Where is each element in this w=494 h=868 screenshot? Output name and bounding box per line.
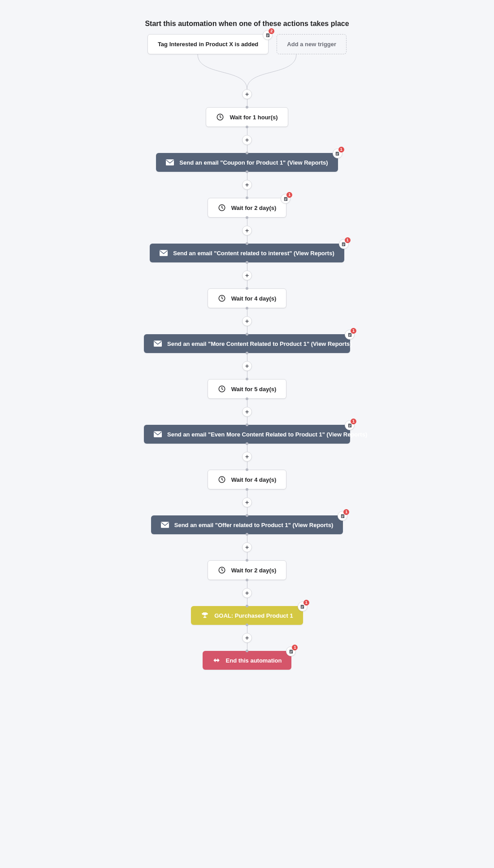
connector-dot <box>246 307 248 310</box>
connector-dot <box>246 442 248 445</box>
add-step-button[interactable]: + <box>242 407 252 417</box>
add-step-button[interactable]: + <box>242 270 252 280</box>
node-label: Send an email "Content related to intere… <box>173 250 334 257</box>
connector-dot <box>246 106 248 109</box>
add-step-button[interactable]: + <box>242 497 252 507</box>
plus-icon: + <box>245 499 249 506</box>
email-node[interactable]: Send an email "Coupon for Product 1" (Vi… <box>156 153 338 172</box>
plus-icon: + <box>245 137 249 143</box>
connector-dot <box>246 378 248 380</box>
clock-icon <box>218 204 226 212</box>
note-badge[interactable]: 1 <box>339 239 349 249</box>
add-step-button[interactable]: + <box>242 361 252 371</box>
note-badge[interactable]: 1 <box>345 420 355 430</box>
mail-icon <box>166 158 174 166</box>
wait-node[interactable]: Wait for 5 day(s) <box>208 379 287 399</box>
add-step-button[interactable]: + <box>242 588 252 598</box>
add-step-button[interactable]: + <box>242 89 252 99</box>
automation-canvas: Start this automation when one of these … <box>0 0 494 868</box>
connector-dot <box>246 333 248 336</box>
node-label: Send an email "More Content Related to P… <box>167 340 352 347</box>
node-label: Send an email "Offer related to Product … <box>174 522 334 528</box>
node-label: Send an email "Even More Content Related… <box>167 431 367 438</box>
connector-dot <box>246 352 248 354</box>
connector-dot <box>246 397 248 400</box>
node-label: Wait for 4 day(s) <box>231 476 277 483</box>
note-badge[interactable]: 1 <box>333 148 342 158</box>
connector-dot <box>246 170 248 173</box>
add-step-button[interactable]: + <box>242 226 252 236</box>
node-label: Send an email "Coupon for Product 1" (Vi… <box>179 159 328 166</box>
node-label: Wait for 2 day(s) <box>231 567 277 574</box>
goal-node[interactable]: GOAL: Purchased Product 11 <box>191 606 303 625</box>
note-badge[interactable]: 1 <box>281 194 290 204</box>
svg-rect-1 <box>166 159 174 166</box>
end-node[interactable]: End this automation1 <box>203 651 292 670</box>
plus-icon: + <box>245 182 249 188</box>
email-node[interactable]: Send an email "More Content Related to P… <box>144 334 350 353</box>
wait-node[interactable]: Wait for 1 hour(s) <box>206 107 288 127</box>
plus-icon: + <box>245 91 249 97</box>
svg-rect-7 <box>154 431 162 437</box>
connector-dot <box>246 559 248 562</box>
trigger-row: Tag Interested in Product X is added 2 A… <box>0 34 494 54</box>
trophy-icon <box>201 611 209 619</box>
clock-icon <box>218 566 226 574</box>
clock-icon <box>218 475 226 484</box>
note-count: 2 <box>269 28 274 34</box>
connector-dot <box>246 242 248 245</box>
plus-icon: + <box>245 454 249 460</box>
plus-icon: + <box>245 272 249 279</box>
connector-dot <box>246 468 248 471</box>
plus-icon: + <box>245 544 249 550</box>
note-badge[interactable]: 1 <box>338 511 347 521</box>
email-node[interactable]: Send an email "Even More Content Related… <box>144 425 350 444</box>
connector-dot <box>246 423 248 426</box>
plus-icon: + <box>245 318 249 324</box>
add-trigger-button[interactable]: Add a new trigger <box>277 34 347 54</box>
plus-icon: + <box>245 635 249 641</box>
note-count: 1 <box>303 600 309 606</box>
connector-dot <box>246 488 248 491</box>
add-step-button[interactable]: + <box>242 633 252 643</box>
node-label: GOAL: Purchased Product 1 <box>214 612 293 619</box>
clock-icon <box>216 113 224 121</box>
add-step-button[interactable]: + <box>242 180 252 190</box>
add-step-button[interactable]: + <box>242 316 252 326</box>
mail-icon <box>160 249 168 257</box>
note-badge[interactable]: 1 <box>298 602 308 611</box>
note-count: 1 <box>343 509 349 515</box>
connector-dot <box>246 287 248 290</box>
email-node[interactable]: Send an email "Content related to intere… <box>150 244 344 262</box>
svg-rect-9 <box>161 522 169 528</box>
trigger-node[interactable]: Tag Interested in Product X is added 2 <box>147 34 269 54</box>
node-label: End this automation <box>226 657 282 664</box>
plus-icon: + <box>245 590 249 596</box>
connector-dot <box>246 126 248 128</box>
node-label: Wait for 2 day(s) <box>231 205 277 211</box>
note-count: 1 <box>351 419 356 424</box>
merge-connector <box>166 54 328 89</box>
connector-dot <box>246 196 248 199</box>
wait-node[interactable]: Wait for 2 day(s) <box>208 560 287 580</box>
note-badge[interactable]: 1 <box>286 646 296 656</box>
wait-node[interactable]: Wait for 4 day(s) <box>208 288 287 308</box>
add-step-button[interactable]: + <box>242 542 252 552</box>
plus-icon: + <box>245 409 249 415</box>
note-badge[interactable]: 2 <box>263 30 273 40</box>
add-step-button[interactable]: + <box>242 452 252 462</box>
canvas-heading: Start this automation when one of these … <box>0 20 494 28</box>
note-badge[interactable]: 1 <box>345 330 355 340</box>
svg-rect-5 <box>154 340 162 347</box>
node-label: Wait for 1 hour(s) <box>230 114 277 121</box>
connector-dot <box>246 261 248 264</box>
wait-node[interactable]: Wait for 2 day(s)1 <box>208 198 287 218</box>
wait-node[interactable]: Wait for 4 day(s) <box>208 470 287 489</box>
email-node[interactable]: Send an email "Offer related to Product … <box>151 515 343 534</box>
add-step-button[interactable]: + <box>242 135 252 145</box>
mail-icon <box>161 521 169 529</box>
plus-icon: + <box>245 227 249 234</box>
mail-icon <box>154 430 162 438</box>
mail-icon <box>154 340 162 348</box>
note-count: 1 <box>338 147 344 153</box>
